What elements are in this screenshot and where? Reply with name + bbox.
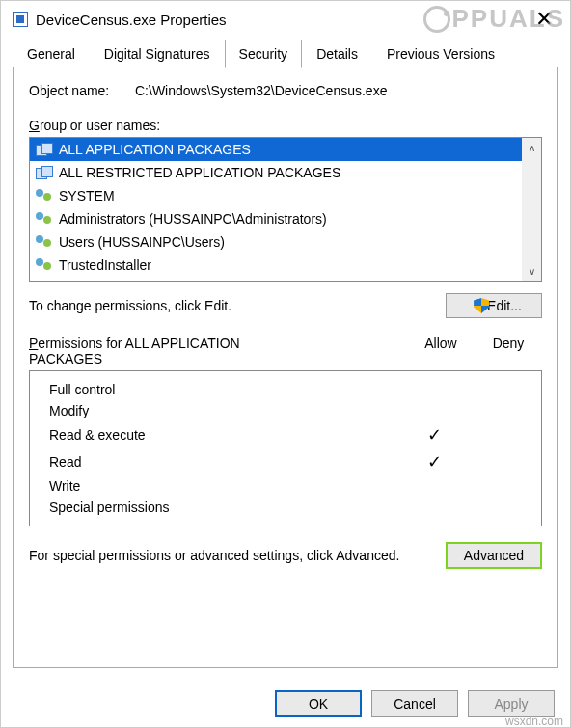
scrollbar[interactable]: ∧ ∨ [522,138,541,281]
list-item[interactable]: SYSTEM [30,184,522,207]
permission-name: Read & execute [49,427,400,443]
permission-name: Full control [49,382,400,397]
apply-button[interactable]: Apply [468,690,555,717]
group-users-label: Group or user names: [29,118,542,133]
list-item-label: Users (HUSSAINPC\Users) [59,234,225,250]
advanced-hint: For special permissions or advanced sett… [29,548,436,563]
list-item-label: TrustedInstaller [59,257,151,273]
list-item-label: SYSTEM [59,188,115,203]
permission-row: Special permissions [49,497,535,518]
list-item[interactable]: ALL APPLICATION PACKAGES [30,138,522,161]
edit-row: To change permissions, click Edit. Edit.… [29,293,542,318]
edit-button[interactable]: Edit... [446,293,542,318]
uac-shield-icon [466,298,481,313]
users-icon [36,258,53,272]
ok-button[interactable]: OK [275,690,362,717]
users-icon [36,189,53,202]
advanced-button[interactable]: Advanced [446,542,542,569]
principals-listbox[interactable]: ALL APPLICATION PACKAGESALL RESTRICTED A… [29,137,542,282]
edit-button-label: Edit... [487,298,522,313]
permission-name: Modify [49,403,400,418]
object-name-row: Object name: C:\Windows\System32\DeviceC… [29,83,542,98]
permissions-title: Permissions for ALL APPLICATIONPACKAGES [29,336,407,366]
titlebar: DeviceCensus.exe Properties ✕ [1,1,570,38]
advanced-button-label: Advanced [464,548,524,563]
permission-row: Full control [49,379,535,400]
tab-details[interactable]: Details [302,40,372,67]
list-item-label: Administrators (HUSSAINPC\Administrators… [59,211,327,227]
permission-row: Write [49,475,535,497]
tab-digital-signatures[interactable]: Digital Signatures [90,40,225,67]
users-icon [36,235,53,249]
tab-general[interactable]: General [13,40,90,67]
properties-dialog: DeviceCensus.exe Properties ✕ GeneralDig… [0,0,571,728]
cancel-button[interactable]: Cancel [371,690,458,717]
list-item-label: ALL RESTRICTED APPLICATION PACKAGES [59,165,340,180]
permission-name: Write [49,478,400,494]
principals-items: ALL APPLICATION PACKAGESALL RESTRICTED A… [30,138,522,281]
permission-name: Special permissions [49,499,400,515]
permission-row: Read & execute✓ [49,421,535,448]
list-item[interactable]: Administrators (HUSSAINPC\Administrators… [30,207,522,230]
permissions-box: Full controlModifyRead & execute✓Read✓Wr… [29,370,542,526]
advanced-row: For special permissions or advanced sett… [29,542,542,569]
allow-check: ✓ [400,451,468,472]
list-item-label: ALL APPLICATION PACKAGES [59,142,251,157]
list-item[interactable]: TrustedInstaller [30,254,522,277]
scroll-track[interactable] [522,157,541,261]
list-item[interactable]: Users (HUSSAINPC\Users) [30,230,522,254]
close-icon[interactable]: ✕ [530,7,558,32]
security-tab-panel: Object name: C:\Windows\System32\DeviceC… [13,67,558,668]
tab-security[interactable]: Security [225,40,303,68]
permissions-header: Permissions for ALL APPLICATIONPACKAGES … [29,336,542,366]
permission-name: Read [49,454,400,470]
users-icon [36,212,53,226]
allow-check: ✓ [400,424,468,445]
dialog-buttons: OK Cancel Apply [1,681,570,727]
list-item[interactable]: ALL RESTRICTED APPLICATION PACKAGES [30,161,522,184]
deny-column-header: Deny [475,336,542,366]
allow-column-header: Allow [407,336,475,366]
package-icon [36,166,53,179]
permission-row: Read✓ [49,448,535,475]
footer-watermark: wsxdn.com [505,715,563,728]
package-icon [36,143,53,156]
app-icon [13,12,28,27]
permission-row: Modify [49,400,535,421]
scroll-up-icon[interactable]: ∧ [522,138,541,157]
window-title: DeviceCensus.exe Properties [36,12,530,28]
edit-hint: To change permissions, click Edit. [29,298,446,313]
scroll-down-icon[interactable]: ∨ [522,261,541,281]
tab-strip: GeneralDigital SignaturesSecurityDetails… [1,38,570,67]
object-name-value: C:\Windows\System32\DeviceCensus.exe [135,83,542,98]
object-name-label: Object name: [29,83,135,98]
tab-previous-versions[interactable]: Previous Versions [372,40,509,67]
